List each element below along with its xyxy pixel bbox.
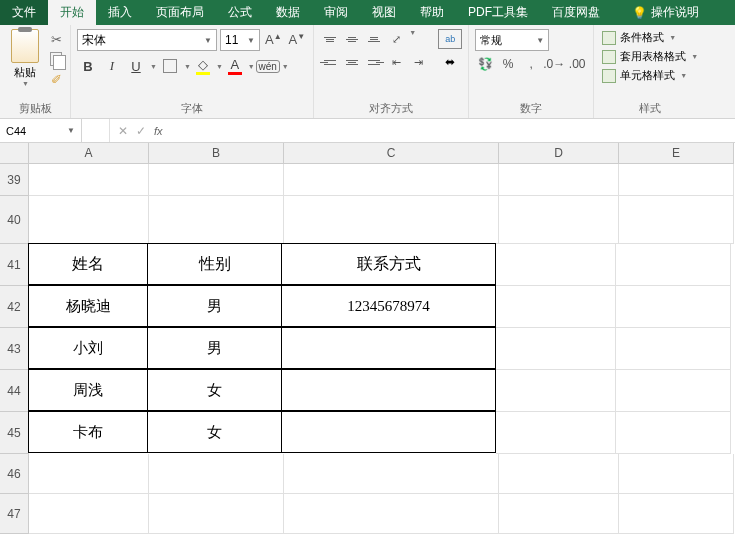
formula-input[interactable] [171,119,735,142]
row-header-44[interactable]: 44 [0,370,29,412]
cell-C43[interactable] [281,327,496,369]
align-right-button[interactable] [364,52,384,72]
cell-B47[interactable] [149,494,284,534]
font-size-dropdown[interactable]: 11▼ [220,29,260,51]
percent-format-button[interactable]: % [498,54,518,74]
cell-D47[interactable] [499,494,619,534]
tab-view[interactable]: 视图 [360,0,408,25]
borders-button[interactable] [159,55,181,77]
cell-C46[interactable] [284,454,499,494]
wrap-text-button[interactable]: ab [438,29,462,49]
cell-E39[interactable] [619,164,734,196]
cell-B44[interactable]: 女 [147,369,282,411]
column-header-B[interactable]: B [149,143,284,164]
cell-A46[interactable] [29,454,149,494]
conditional-formatting-button[interactable]: 条件格式▼ [600,29,700,46]
copy-button[interactable] [48,51,64,67]
row-header-42[interactable]: 42 [0,286,29,328]
font-color-button[interactable]: A [225,55,245,77]
cell-E44[interactable] [616,370,731,412]
tab-data[interactable]: 数据 [264,0,312,25]
row-header-43[interactable]: 43 [0,328,29,370]
increase-font-size-button[interactable]: A▲ [263,32,284,47]
cells-area[interactable]: 姓名性别联系方式杨晓迪男12345678974小刘男周浅女卡布女 [29,164,734,534]
column-header-E[interactable]: E [619,143,734,164]
cell-B42[interactable]: 男 [147,285,282,327]
cell-D42[interactable] [496,286,616,328]
tab-formulas[interactable]: 公式 [216,0,264,25]
tab-home[interactable]: 开始 [48,0,96,25]
fill-color-button[interactable]: ◇ [193,55,213,77]
name-box[interactable]: C44▼ [0,119,82,142]
orientation-button[interactable]: ⤢ [386,29,406,49]
align-left-button[interactable] [320,52,340,72]
chevron-down-icon[interactable]: ▼ [184,63,191,70]
chevron-down-icon[interactable]: ▼ [216,63,223,70]
cell-A45[interactable]: 卡布 [28,411,148,453]
cell-A47[interactable] [29,494,149,534]
cell-B41[interactable]: 性别 [147,243,282,285]
underline-button[interactable]: U [125,55,147,77]
cell-B43[interactable]: 男 [147,327,282,369]
decrease-font-size-button[interactable]: A▼ [287,32,308,47]
row-header-41[interactable]: 41 [0,244,29,286]
cancel-formula-button[interactable]: ✕ [118,124,128,138]
cell-D45[interactable] [496,412,616,454]
row-header-40[interactable]: 40 [0,196,29,244]
cell-E47[interactable] [619,494,734,534]
tab-insert[interactable]: 插入 [96,0,144,25]
cell-A43[interactable]: 小刘 [28,327,148,369]
format-as-table-button[interactable]: 套用表格格式▼ [600,48,700,65]
cell-D46[interactable] [499,454,619,494]
accept-formula-button[interactable]: ✓ [136,124,146,138]
chevron-down-icon[interactable]: ▼ [409,29,416,49]
cell-B45[interactable]: 女 [147,411,282,453]
cell-E46[interactable] [619,454,734,494]
cell-B40[interactable] [149,196,284,244]
format-painter-button[interactable]: ✐ [48,71,64,87]
accounting-format-button[interactable]: 💱 [475,54,495,74]
paste-button[interactable]: 粘贴 ▼ [6,29,44,87]
column-header-D[interactable]: D [499,143,619,164]
row-header-39[interactable]: 39 [0,164,29,196]
cell-C40[interactable] [284,196,499,244]
cut-button[interactable]: ✂ [48,31,64,47]
cell-E41[interactable] [616,244,731,286]
tab-file[interactable]: 文件 [0,0,48,25]
align-bottom-button[interactable] [364,29,384,49]
cell-B39[interactable] [149,164,284,196]
column-header-C[interactable]: C [284,143,499,164]
number-format-dropdown[interactable]: 常规▼ [475,29,549,51]
cell-D44[interactable] [496,370,616,412]
insert-function-button[interactable]: fx [154,125,163,137]
cell-D43[interactable] [496,328,616,370]
align-center-button[interactable] [342,52,362,72]
cell-D39[interactable] [499,164,619,196]
row-header-46[interactable]: 46 [0,454,29,494]
cell-C42[interactable]: 12345678974 [281,285,496,327]
cell-E45[interactable] [616,412,731,454]
cell-A41[interactable]: 姓名 [28,243,148,285]
decrease-decimal-button[interactable]: .00 [567,54,587,74]
italic-button[interactable]: I [101,55,123,77]
font-name-dropdown[interactable]: 宋体▼ [77,29,217,51]
tell-me[interactable]: 💡操作说明 [620,0,711,25]
phonetic-button[interactable]: wén [257,55,279,77]
chevron-down-icon[interactable]: ▼ [282,63,289,70]
cell-E43[interactable] [616,328,731,370]
cell-D40[interactable] [499,196,619,244]
bold-button[interactable]: B [77,55,99,77]
row-header-45[interactable]: 45 [0,412,29,454]
cell-A42[interactable]: 杨晓迪 [28,285,148,327]
tab-help[interactable]: 帮助 [408,0,456,25]
increase-indent-button[interactable]: ⇥ [408,52,428,72]
cell-A40[interactable] [29,196,149,244]
column-header-A[interactable]: A [29,143,149,164]
cell-E40[interactable] [619,196,734,244]
align-top-button[interactable] [320,29,340,49]
tab-pdf-tools[interactable]: PDF工具集 [456,0,540,25]
row-header-47[interactable]: 47 [0,494,29,534]
tab-baidu-netdisk[interactable]: 百度网盘 [540,0,612,25]
chevron-down-icon[interactable]: ▼ [150,63,157,70]
cell-C44[interactable] [281,369,496,411]
